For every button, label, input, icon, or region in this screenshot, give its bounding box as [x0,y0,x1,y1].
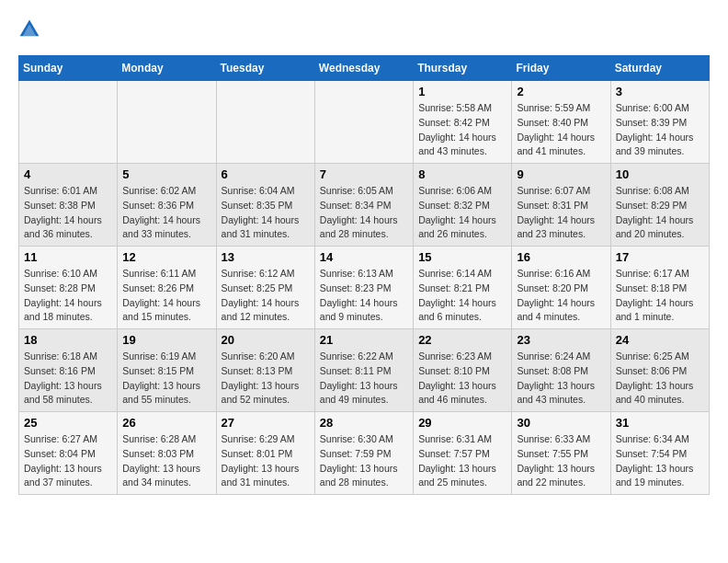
day-info: Sunrise: 6:28 AM Sunset: 8:03 PM Dayligh… [122,432,210,490]
day-info: Sunrise: 6:18 AM Sunset: 8:16 PM Dayligh… [24,350,112,408]
day-info: Sunrise: 6:16 AM Sunset: 8:20 PM Dayligh… [517,267,605,325]
calendar-day-cell: 16Sunrise: 6:16 AM Sunset: 8:20 PM Dayli… [512,247,610,329]
day-number: 29 [418,416,506,430]
page-header [18,18,710,40]
calendar-day-cell: 11Sunrise: 6:10 AM Sunset: 8:28 PM Dayli… [19,247,118,329]
calendar-day-cell: 10Sunrise: 6:08 AM Sunset: 8:29 PM Dayli… [610,164,709,247]
calendar-day-cell: 7Sunrise: 6:05 AM Sunset: 8:34 PM Daylig… [314,164,413,247]
day-number: 17 [616,250,704,264]
day-number: 11 [24,250,112,264]
calendar-header-row: SundayMondayTuesdayWednesdayThursdayFrid… [19,56,710,81]
day-info: Sunrise: 6:24 AM Sunset: 8:08 PM Dayligh… [517,350,605,408]
day-info: Sunrise: 6:00 AM Sunset: 8:39 PM Dayligh… [616,101,704,159]
day-number: 30 [517,416,605,430]
calendar-week-row: 1Sunrise: 5:58 AM Sunset: 8:42 PM Daylig… [19,81,710,164]
logo [18,18,44,40]
calendar-day-cell: 1Sunrise: 5:58 AM Sunset: 8:42 PM Daylig… [414,81,512,164]
day-info: Sunrise: 6:07 AM Sunset: 8:31 PM Dayligh… [517,184,605,242]
calendar-day-cell: 27Sunrise: 6:29 AM Sunset: 8:01 PM Dayli… [216,412,314,495]
day-info: Sunrise: 6:25 AM Sunset: 8:06 PM Dayligh… [616,350,704,408]
day-number: 18 [24,333,112,347]
day-number: 23 [517,333,605,347]
calendar-table: SundayMondayTuesdayWednesdayThursdayFrid… [18,55,710,495]
calendar-day-cell [19,81,118,164]
calendar-week-row: 11Sunrise: 6:10 AM Sunset: 8:28 PM Dayli… [19,247,710,329]
day-info: Sunrise: 6:10 AM Sunset: 8:28 PM Dayligh… [24,267,112,325]
day-number: 15 [418,250,506,264]
day-number: 4 [24,167,112,181]
calendar-week-row: 25Sunrise: 6:27 AM Sunset: 8:04 PM Dayli… [19,412,710,495]
day-info: Sunrise: 6:02 AM Sunset: 8:36 PM Dayligh… [122,184,210,242]
day-info: Sunrise: 5:59 AM Sunset: 8:40 PM Dayligh… [517,101,605,159]
day-info: Sunrise: 5:58 AM Sunset: 8:42 PM Dayligh… [418,101,506,159]
day-number: 20 [222,333,310,347]
day-number: 25 [24,416,112,430]
calendar-week-row: 4Sunrise: 6:01 AM Sunset: 8:38 PM Daylig… [19,164,710,247]
calendar-day-cell: 6Sunrise: 6:04 AM Sunset: 8:35 PM Daylig… [216,164,314,247]
calendar-day-cell: 25Sunrise: 6:27 AM Sunset: 8:04 PM Dayli… [19,412,118,495]
day-info: Sunrise: 6:11 AM Sunset: 8:26 PM Dayligh… [122,267,210,325]
calendar-day-cell: 22Sunrise: 6:23 AM Sunset: 8:10 PM Dayli… [414,329,512,412]
day-info: Sunrise: 6:06 AM Sunset: 8:32 PM Dayligh… [418,184,506,242]
calendar-day-cell: 30Sunrise: 6:33 AM Sunset: 7:55 PM Dayli… [512,412,610,495]
calendar-week-row: 18Sunrise: 6:18 AM Sunset: 8:16 PM Dayli… [19,329,710,412]
day-info: Sunrise: 6:30 AM Sunset: 7:59 PM Dayligh… [320,432,408,490]
calendar-day-cell: 28Sunrise: 6:30 AM Sunset: 7:59 PM Dayli… [314,412,413,495]
day-info: Sunrise: 6:33 AM Sunset: 7:55 PM Dayligh… [517,432,605,490]
day-info: Sunrise: 6:01 AM Sunset: 8:38 PM Dayligh… [24,184,112,242]
day-number: 12 [122,250,210,264]
calendar-day-cell: 19Sunrise: 6:19 AM Sunset: 8:15 PM Dayli… [118,329,216,412]
day-number: 13 [222,250,310,264]
day-number: 9 [517,167,605,181]
day-info: Sunrise: 6:14 AM Sunset: 8:21 PM Dayligh… [418,267,506,325]
calendar-day-cell: 9Sunrise: 6:07 AM Sunset: 8:31 PM Daylig… [512,164,610,247]
calendar-day-cell: 8Sunrise: 6:06 AM Sunset: 8:32 PM Daylig… [414,164,512,247]
day-number: 21 [320,333,408,347]
calendar-day-cell: 23Sunrise: 6:24 AM Sunset: 8:08 PM Dayli… [512,329,610,412]
day-info: Sunrise: 6:22 AM Sunset: 8:11 PM Dayligh… [320,350,408,408]
day-number: 26 [122,416,210,430]
day-of-week-header: Sunday [19,56,118,81]
calendar-day-cell: 3Sunrise: 6:00 AM Sunset: 8:39 PM Daylig… [610,81,709,164]
day-of-week-header: Monday [118,56,216,81]
calendar-day-cell [118,81,216,164]
calendar-day-cell: 15Sunrise: 6:14 AM Sunset: 8:21 PM Dayli… [414,247,512,329]
calendar-day-cell: 26Sunrise: 6:28 AM Sunset: 8:03 PM Dayli… [118,412,216,495]
day-of-week-header: Tuesday [216,56,314,81]
day-info: Sunrise: 6:12 AM Sunset: 8:25 PM Dayligh… [222,267,310,325]
day-number: 27 [222,416,310,430]
day-info: Sunrise: 6:23 AM Sunset: 8:10 PM Dayligh… [418,350,506,408]
calendar-day-cell: 2Sunrise: 5:59 AM Sunset: 8:40 PM Daylig… [512,81,610,164]
day-number: 1 [418,85,506,98]
day-info: Sunrise: 6:17 AM Sunset: 8:18 PM Dayligh… [616,267,704,325]
day-of-week-header: Saturday [610,56,709,81]
day-of-week-header: Wednesday [314,56,413,81]
calendar-day-cell [216,81,314,164]
calendar-day-cell: 29Sunrise: 6:31 AM Sunset: 7:57 PM Dayli… [414,412,512,495]
calendar-day-cell: 14Sunrise: 6:13 AM Sunset: 8:23 PM Dayli… [314,247,413,329]
day-info: Sunrise: 6:31 AM Sunset: 7:57 PM Dayligh… [418,432,506,490]
calendar-day-cell: 20Sunrise: 6:20 AM Sunset: 8:13 PM Dayli… [216,329,314,412]
day-info: Sunrise: 6:04 AM Sunset: 8:35 PM Dayligh… [222,184,310,242]
day-number: 31 [616,416,704,430]
calendar-day-cell [314,81,413,164]
day-info: Sunrise: 6:29 AM Sunset: 8:01 PM Dayligh… [222,432,310,490]
day-number: 3 [616,85,704,98]
day-info: Sunrise: 6:34 AM Sunset: 7:54 PM Dayligh… [616,432,704,490]
day-number: 7 [320,167,408,181]
day-number: 22 [418,333,506,347]
calendar-day-cell: 17Sunrise: 6:17 AM Sunset: 8:18 PM Dayli… [610,247,709,329]
day-of-week-header: Thursday [414,56,512,81]
calendar-day-cell: 21Sunrise: 6:22 AM Sunset: 8:11 PM Dayli… [314,329,413,412]
day-number: 28 [320,416,408,430]
day-number: 19 [122,333,210,347]
calendar-day-cell: 12Sunrise: 6:11 AM Sunset: 8:26 PM Dayli… [118,247,216,329]
logo-icon [18,18,40,40]
day-number: 14 [320,250,408,264]
day-number: 6 [222,167,310,181]
day-info: Sunrise: 6:19 AM Sunset: 8:15 PM Dayligh… [122,350,210,408]
day-info: Sunrise: 6:08 AM Sunset: 8:29 PM Dayligh… [616,184,704,242]
day-number: 16 [517,250,605,264]
calendar-day-cell: 24Sunrise: 6:25 AM Sunset: 8:06 PM Dayli… [610,329,709,412]
calendar-day-cell: 13Sunrise: 6:12 AM Sunset: 8:25 PM Dayli… [216,247,314,329]
